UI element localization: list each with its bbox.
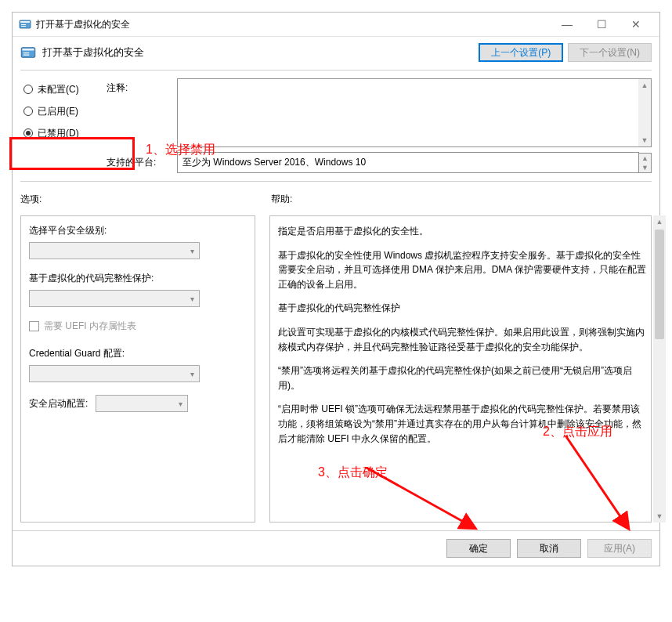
state-radio-group: 未配置(C) 已启用(E) 已禁用(D) <box>20 78 107 147</box>
options-heading: 选项: <box>20 193 271 206</box>
credential-guard-label: Credential Guard 配置: <box>29 347 247 360</box>
help-paragraph: 基于虚拟化的安全性使用 Windows 虚拟机监控程序支持安全服务。基于虚拟化的… <box>278 248 646 292</box>
dialog-footer: 确定 取消 应用(A) <box>13 530 659 566</box>
supported-row: 支持的平台: 至少为 Windows Server 2016、Windows 1… <box>20 152 652 173</box>
radio-icon <box>23 128 33 138</box>
svg-rect-6 <box>23 52 30 53</box>
options-panel: 选择平台安全级别: 基于虚拟化的代码完整性保护: 需要 UEFI 内存属性表 C… <box>20 215 255 523</box>
apply-button[interactable]: 应用(A) <box>587 539 652 558</box>
previous-setting-button[interactable]: 上一个设置(P) <box>479 43 563 62</box>
scrollbar[interactable]: ▲ ▼ <box>639 153 652 173</box>
dialog-content: 打开基于虚拟化的安全 上一个设置(P) 下一个设置(N) 未配置(C) 已启用(… <box>13 36 659 530</box>
svg-rect-5 <box>23 49 34 51</box>
help-paragraph: 基于虚拟化的代码完整性保护 <box>278 301 646 316</box>
secure-boot-row: 安全启动配置: <box>29 395 247 412</box>
scroll-up-icon[interactable]: ▲ <box>639 154 651 163</box>
supported-text: 至少为 Windows Server 2016、Windows 10 <box>177 152 639 173</box>
radio-label: 已启用(E) <box>38 105 78 118</box>
platform-security-label: 选择平台安全级别: <box>29 224 247 237</box>
close-button[interactable]: ✕ <box>619 13 653 35</box>
scroll-down-icon[interactable]: ▼ <box>638 134 651 146</box>
help-paragraph: “禁用”选项将远程关闭基于虚拟化的代码完整性保护(如果之前已使用“无锁启用”选项… <box>278 363 646 392</box>
credential-guard-dropdown[interactable] <box>29 365 200 382</box>
supported-label: 支持的平台: <box>20 156 177 169</box>
radio-disabled[interactable]: 已禁用(D) <box>20 122 107 144</box>
lower-panels: 选择平台安全级别: 基于虚拟化的代码完整性保护: 需要 UEFI 内存属性表 C… <box>20 215 652 523</box>
cancel-button[interactable]: 取消 <box>517 539 581 558</box>
svg-rect-7 <box>23 55 30 56</box>
scroll-up-icon[interactable]: ▲ <box>638 79 651 92</box>
titlebar: 打开基于虚拟化的安全 — ☐ ✕ <box>13 13 659 36</box>
window-controls: — ☐ ✕ <box>550 13 653 35</box>
minimize-button[interactable]: — <box>550 13 584 35</box>
secure-boot-dropdown[interactable] <box>96 395 188 412</box>
scroll-down-icon[interactable]: ▼ <box>653 510 666 523</box>
help-scrollbar[interactable]: ▲ ▼ <box>653 215 666 523</box>
header-row: 打开基于虚拟化的安全 上一个设置(P) 下一个设置(N) <box>20 43 652 62</box>
comment-label: 注释: <box>107 78 177 147</box>
divider <box>20 181 652 182</box>
scroll-up-icon[interactable]: ▲ <box>653 215 666 228</box>
maximize-button[interactable]: ☐ <box>584 13 619 35</box>
scroll-thumb[interactable] <box>655 230 664 339</box>
uefi-checkbox-row[interactable]: 需要 UEFI 内存属性表 <box>29 320 247 333</box>
comment-textarea[interactable]: ▲ ▼ <box>177 78 652 147</box>
scrollbar[interactable]: ▲ ▼ <box>638 79 651 146</box>
scroll-down-icon[interactable]: ▼ <box>639 163 651 172</box>
secure-boot-label: 安全启动配置: <box>29 397 88 410</box>
radio-label: 已禁用(D) <box>38 127 79 140</box>
radio-icon <box>23 85 33 94</box>
help-heading: 帮助: <box>271 193 292 206</box>
page-title: 打开基于虚拟化的安全 <box>42 45 474 60</box>
radio-icon <box>23 107 33 116</box>
window-title: 打开基于虚拟化的安全 <box>36 18 550 31</box>
svg-rect-3 <box>21 26 26 27</box>
radio-not-configured[interactable]: 未配置(C) <box>20 78 107 100</box>
policy-icon <box>20 45 36 60</box>
svg-rect-1 <box>20 21 30 23</box>
code-integrity-dropdown[interactable] <box>29 290 200 307</box>
help-paragraph: 指定是否启用基于虚拟化的安全性。 <box>278 224 646 239</box>
state-and-comment-row: 未配置(C) 已启用(E) 已禁用(D) 注释: ▲ ▼ <box>20 78 652 147</box>
radio-enabled[interactable]: 已启用(E) <box>20 100 107 122</box>
next-setting-button[interactable]: 下一个设置(N) <box>568 43 652 62</box>
policy-icon <box>19 18 31 31</box>
code-integrity-label: 基于虚拟化的代码完整性保护: <box>29 272 247 285</box>
ok-button[interactable]: 确定 <box>446 539 511 558</box>
help-paragraph: 此设置可实现基于虚拟化的内核模式代码完整性保护。如果启用此设置，则将强制实施内核… <box>278 325 646 354</box>
help-paragraph: “启用时带 UEFI 锁”选项可确保无法远程禁用基于虚拟化的代码完整性保护。若要… <box>278 402 646 446</box>
checkbox-icon <box>29 321 39 331</box>
radio-label: 未配置(C) <box>38 83 79 96</box>
help-panel: 指定是否启用基于虚拟化的安全性。 基于虚拟化的安全性使用 Windows 虚拟机… <box>269 215 652 523</box>
platform-security-dropdown[interactable] <box>29 242 200 259</box>
uefi-checkbox-label: 需要 UEFI 内存属性表 <box>44 320 136 333</box>
svg-rect-2 <box>21 24 26 25</box>
window: 打开基于虚拟化的安全 — ☐ ✕ 打开基于虚拟化的安全 上一个设置(P) 下一个… <box>12 12 660 566</box>
help-text: 指定是否启用基于虚拟化的安全性。 基于虚拟化的安全性使用 Windows 虚拟机… <box>278 224 646 514</box>
section-labels: 选项: 帮助: <box>20 193 652 206</box>
divider <box>20 70 652 71</box>
